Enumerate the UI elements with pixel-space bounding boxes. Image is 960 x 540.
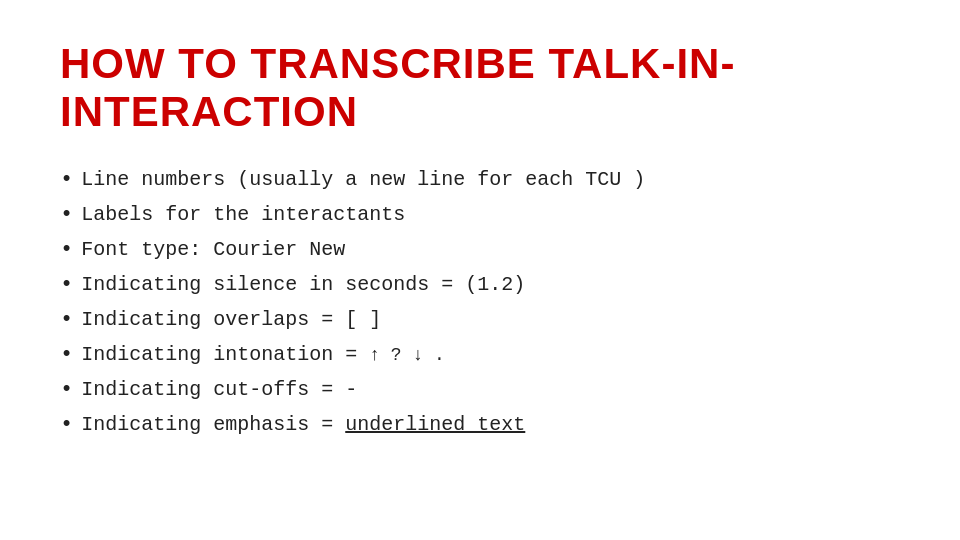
bullet-dot: • [60,204,73,226]
bullet-dot: • [60,414,73,436]
bullet-text-emphasis: Indicating emphasis = underlined text [81,409,525,440]
bullet-text-cut-offs: Indicating cut-offs = - [81,374,357,405]
bullet-dot: • [60,169,73,191]
bullet-dot: • [60,309,73,331]
bullet-text-overlaps: Indicating overlaps = [ ] [81,304,381,335]
bullet-dot: • [60,239,73,261]
slide: HOW TO TRANSCRIBE TALK-IN-INTERACTION • … [0,0,960,540]
list-item: • Indicating emphasis = underlined text [60,409,900,440]
list-item: • Font type: Courier New [60,234,900,265]
list-item: • Labels for the interactants [60,199,900,230]
list-item: • Indicating cut-offs = - [60,374,900,405]
bullet-dot: • [60,274,73,296]
bullet-text-silence: Indicating silence in seconds = (1.2) [81,269,525,300]
silence-prefix: Indicating silence in seconds = [81,273,465,296]
list-item: • Indicating silence in seconds = (1.2) [60,269,900,300]
list-item: • Indicating intonation = ↑ ? ↓ . [60,339,900,370]
bullet-text-labels: Labels for the interactants [81,199,405,230]
intonation-prefix: Indicating intonation = [81,343,369,366]
bullet-text-line-numbers: Line numbers (usually a new line for eac… [81,164,645,195]
bullet-dot: • [60,379,73,401]
intonation-symbols: ↑ ? ↓ . [369,345,445,365]
emphasis-prefix: Indicating emphasis = [81,413,345,436]
emphasis-underlined: underlined text [345,413,525,436]
bullet-list: • Line numbers (usually a new line for e… [60,164,900,440]
bullet-text-intonation: Indicating intonation = ↑ ? ↓ . [81,339,445,370]
list-item: • Line numbers (usually a new line for e… [60,164,900,195]
bullet-text-font-type: Font type: Courier New [81,234,345,265]
silence-value: (1.2) [465,273,525,296]
list-item: • Indicating overlaps = [ ] [60,304,900,335]
bullet-dot: • [60,344,73,366]
slide-title: HOW TO TRANSCRIBE TALK-IN-INTERACTION [60,40,900,136]
